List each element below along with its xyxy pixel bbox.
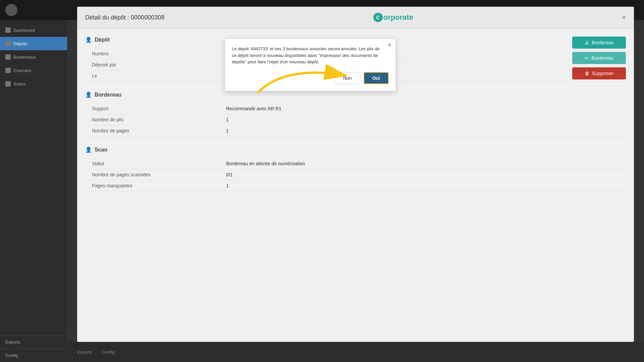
- bottom-config[interactable]: Config: [102, 350, 115, 355]
- sidebar-item-label: Dépôts: [13, 41, 27, 46]
- sidebar-logo: [5, 4, 17, 16]
- scan-section: 👤 Scan Statut Bordereau en attente de nu…: [85, 146, 626, 191]
- bordereau-support-row: Support Recommandé avec AR R1: [85, 103, 626, 114]
- confirm-non-button[interactable]: Non: [335, 72, 360, 84]
- sidebar-nav: Dashboard Dépôts Bordereaux Courriers Sc…: [0, 23, 67, 90]
- scan-section-title: 👤 Scan: [85, 146, 626, 153]
- sidebar-item-courriers[interactable]: Courriers: [0, 64, 67, 77]
- confirm-oui-button[interactable]: Oui: [364, 72, 389, 84]
- sidebar-item-dashboard[interactable]: Dashboard: [0, 23, 67, 37]
- sidebar-item-config[interactable]: Config: [0, 349, 67, 362]
- bordereau-pages-label: Nombre de pages: [85, 128, 226, 133]
- scan-missing-label: Pages manquantes: [85, 183, 226, 188]
- bordereau-support-label: Support: [85, 106, 226, 111]
- main-modal: Détail du dépôt : 0000000308 C orporate …: [77, 7, 634, 342]
- action-buttons: 🖨 Bordereau ↩ Bordereau 🗑 Supprimer: [572, 37, 626, 79]
- bordereau-section: 👤 Bordereau Support Recommandé avec AR R…: [85, 92, 626, 136]
- bordereau-plis-label: Nombre de plis: [85, 117, 226, 122]
- print-bordereau-button[interactable]: 🖨 Bordereau: [572, 37, 626, 49]
- bordereau-plis-row: Nombre de plis 1: [85, 114, 626, 125]
- modal-body: 🖨 Bordereau ↩ Bordereau 🗑 Supprimer 👤 Dé…: [77, 28, 634, 209]
- back-bordereau-button[interactable]: ↩ Bordereau: [572, 52, 626, 64]
- dashboard-icon: [5, 27, 11, 33]
- confirm-close-button[interactable]: ×: [388, 42, 391, 49]
- depot-title-label: Dépôt: [95, 37, 110, 43]
- bordereau-person-icon: 👤: [85, 92, 92, 98]
- person-icon: 👤: [85, 37, 92, 43]
- sidebar-item-bordereaux[interactable]: Bordereaux: [0, 50, 67, 64]
- print-bordereau-label: Bordereau: [592, 40, 613, 45]
- bordereau-title-label: Bordereau: [95, 92, 121, 98]
- modal-title: Détail du dépôt : 0000000308: [85, 14, 164, 21]
- courriers-icon: [5, 68, 11, 73]
- scan-statut-value: Bordereau en attente de numérisation: [226, 161, 305, 166]
- back-icon: ↩: [585, 55, 589, 61]
- sidebar-item-label: Bordereaux: [13, 55, 36, 60]
- logo-text: orporate: [383, 13, 413, 22]
- bottom-bar: Exports Config: [67, 342, 644, 362]
- delete-label: Supprimer: [592, 71, 614, 76]
- depot-numero-label: Numero: [85, 51, 226, 56]
- depot-date-label: Le: [85, 73, 226, 78]
- logo-letter: C: [376, 15, 380, 20]
- confirm-buttons: Non Oui: [232, 72, 389, 84]
- bordereau-plis-value: 1: [226, 117, 229, 122]
- depots-icon: [5, 41, 11, 46]
- bottom-exports[interactable]: Exports: [77, 350, 92, 355]
- sidebar-item-label: Dashboard: [13, 28, 35, 33]
- scan-missing-row: Pages manquantes 1: [85, 180, 626, 191]
- exports-label: Exports: [5, 340, 20, 345]
- bordereau-section-title: 👤 Bordereau: [85, 92, 626, 98]
- sidebar-header: [0, 0, 67, 20]
- scan-pages-row: Nombre de pages scannées 0/1: [85, 169, 626, 180]
- scan-pages-label: Nombre de pages scannées: [85, 172, 226, 177]
- modal-logo: C orporate: [373, 13, 413, 22]
- sidebar-item-label: Courriers: [13, 68, 31, 73]
- bordereaux-icon: [5, 54, 11, 60]
- scan-missing-value: 1: [226, 183, 229, 188]
- scan-statut-row: Statut Bordereau en attente de numérisat…: [85, 158, 626, 169]
- printer-icon: 🖨: [584, 40, 589, 45]
- sidebar-item-scans[interactable]: Scans: [0, 77, 67, 90]
- modal-header: Détail du dépôt : 0000000308 C orporate …: [77, 7, 634, 28]
- sidebar-item-depots[interactable]: Dépôts: [0, 37, 67, 50]
- delete-button[interactable]: 🗑 Supprimer: [572, 67, 626, 79]
- sidebar-item-exports[interactable]: Exports: [0, 335, 67, 349]
- scan-title-label: Scan: [95, 147, 107, 153]
- depot-deposeby-label: Déposé par: [85, 62, 226, 67]
- sidebar-bottom: Exports Config: [0, 335, 67, 362]
- confirm-dialog: × Le dépôt '4942715' et ses 3 bordereaux…: [225, 39, 396, 91]
- sidebar: Dashboard Dépôts Bordereaux Courriers Sc…: [0, 0, 67, 362]
- trash-icon: 🗑: [585, 71, 589, 76]
- bordereau-pages-value: 1: [226, 128, 229, 133]
- scan-person-icon: 👤: [85, 146, 92, 153]
- modal-close-button[interactable]: ×: [622, 14, 626, 21]
- bordereau-support-value: Recommandé avec AR R1: [226, 106, 281, 111]
- scan-statut-label: Statut: [85, 161, 226, 166]
- bordereau-pages-row: Nombre de pages 1: [85, 125, 626, 136]
- scan-pages-value: 0/1: [226, 172, 232, 177]
- scans-icon: [5, 81, 11, 86]
- logo-circle: C: [373, 13, 383, 22]
- confirm-message: Le dépôt '4942715' et ses 3 bordereaux a…: [232, 46, 389, 65]
- back-bordereau-label: Bordereau: [591, 55, 613, 61]
- config-label: Config: [5, 353, 18, 358]
- sidebar-item-label: Scans: [13, 81, 25, 86]
